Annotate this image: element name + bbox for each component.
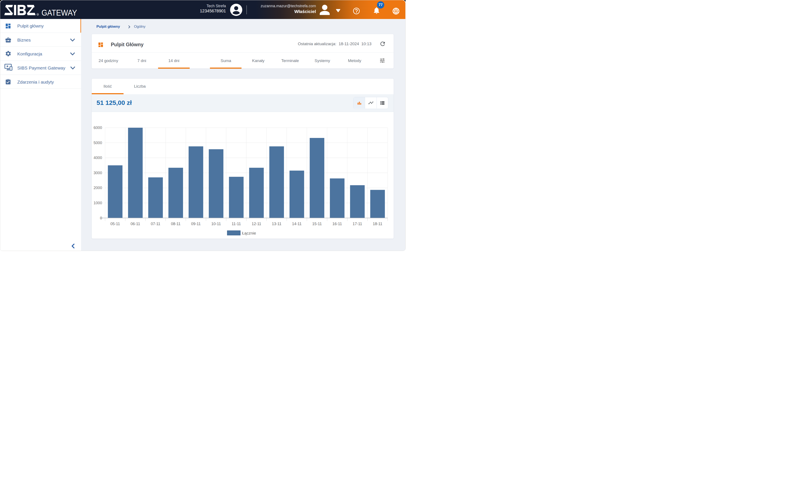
svg-text:06-11: 06-11 <box>131 222 140 226</box>
svg-text:3000: 3000 <box>93 171 102 175</box>
svg-text:15-11: 15-11 <box>312 222 322 226</box>
svg-text:10-11: 10-11 <box>211 222 221 226</box>
svg-text:16-11: 16-11 <box>332 222 342 226</box>
svg-text:5000: 5000 <box>93 141 102 145</box>
svg-text:14-11: 14-11 <box>292 222 301 226</box>
svg-text:R: R <box>37 14 38 15</box>
svg-text:18-11: 18-11 <box>373 222 382 226</box>
svg-text:12-11: 12-11 <box>251 222 261 226</box>
svg-text:13-11: 13-11 <box>272 222 281 226</box>
svg-text:0: 0 <box>100 216 102 220</box>
svg-text:11-11: 11-11 <box>231 222 241 226</box>
svg-text:Łącznie: Łącznie <box>242 231 256 235</box>
svg-text:08-11: 08-11 <box>171 222 180 226</box>
svg-text:07-11: 07-11 <box>151 222 160 226</box>
svg-text:09-11: 09-11 <box>191 222 200 226</box>
svg-text:GATEWAY: GATEWAY <box>41 8 77 16</box>
svg-text:2000: 2000 <box>93 186 102 190</box>
svg-text:1000: 1000 <box>93 201 102 205</box>
svg-text:4000: 4000 <box>93 156 102 160</box>
svg-text:6000: 6000 <box>93 126 102 130</box>
svg-text:05-11: 05-11 <box>110 222 120 226</box>
svg-text:17-11: 17-11 <box>352 222 362 226</box>
